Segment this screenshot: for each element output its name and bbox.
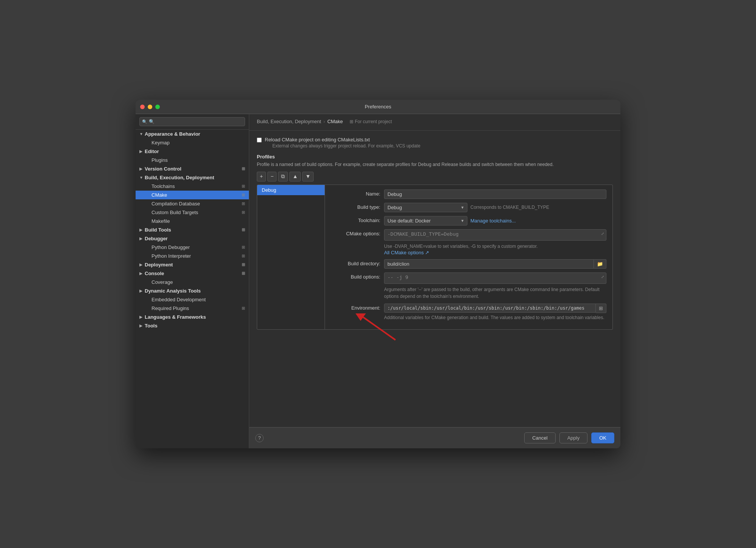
settings-icon: ⊞ bbox=[242, 201, 245, 206]
sidebar-item-required-plugins[interactable]: Required Plugins ⊞ bbox=[136, 304, 249, 313]
sidebar-item-version-control[interactable]: ▶ Version Control ⊞ bbox=[136, 164, 249, 173]
name-input[interactable] bbox=[384, 189, 606, 199]
manage-toolchains-link[interactable]: Manage toolchains... bbox=[470, 218, 516, 224]
ok-button[interactable]: OK bbox=[591, 432, 614, 443]
profiles-section-desc: Profile is a named set of build options.… bbox=[257, 162, 613, 167]
copy-profile-button[interactable]: ⧉ bbox=[278, 172, 288, 182]
breadcrumb-separator: › bbox=[323, 119, 325, 124]
build-type-select[interactable]: Debug Release RelWithDebInfo MinSizeRel bbox=[384, 203, 467, 212]
settings-icon: ⊞ bbox=[242, 306, 245, 311]
form-row-environment: Environment: ⊞ Additional variables for … bbox=[331, 304, 606, 321]
toolchain-control: Use default: Docker ▼ Manage toolchains.… bbox=[384, 216, 606, 225]
close-button[interactable] bbox=[140, 105, 145, 109]
sidebar-item-plugins[interactable]: Plugins bbox=[136, 156, 249, 164]
reload-checkbox-area: Reload CMake project on editing CMakeLis… bbox=[265, 137, 420, 149]
sidebar-item-appearance-behavior[interactable]: ▼ Appearance & Behavior bbox=[136, 130, 249, 138]
all-cmake-options-link[interactable]: All CMake options ↗ bbox=[384, 250, 429, 255]
reload-cmake-checkbox[interactable] bbox=[257, 138, 262, 142]
cancel-button[interactable]: Cancel bbox=[524, 432, 555, 443]
search-wrap: 🔍 bbox=[139, 117, 245, 126]
help-button[interactable]: ? bbox=[255, 434, 264, 442]
sidebar-item-build-execution-deployment[interactable]: ▼ Build, Execution, Deployment bbox=[136, 173, 249, 182]
toolchain-select-inner: Use default: Docker ▼ bbox=[384, 216, 467, 225]
form-row-cmake-options: CMake options: -DCMAKE_BUILD_TYPE=Debug … bbox=[331, 229, 606, 255]
panel-body: Reload CMake project on editing CMakeLis… bbox=[249, 131, 620, 427]
profiles-area: Debug Name: B bbox=[257, 185, 613, 330]
environment-input-wrap: ⊞ bbox=[384, 304, 606, 313]
browse-directory-button[interactable]: 📁 bbox=[594, 259, 606, 269]
cmake-options-textarea-wrap: -DCMAKE_BUILD_TYPE=Debug ⤢ bbox=[384, 229, 606, 242]
add-profile-button[interactable]: + bbox=[257, 172, 266, 182]
sidebar: 🔍 ▼ Appearance & Behavior Keymap ▶ Edito… bbox=[136, 114, 249, 448]
build-options-input[interactable]: -- -j 9 bbox=[384, 272, 606, 284]
search-input[interactable] bbox=[139, 117, 245, 126]
build-options-textarea-wrap: -- -j 9 ⤢ bbox=[384, 272, 606, 285]
build-options-control: -- -j 9 ⤢ Arguments after '--' are passe… bbox=[384, 272, 606, 300]
form-row-build-directory: Build directory: 📁 bbox=[331, 259, 606, 269]
minimize-button[interactable] bbox=[148, 105, 152, 109]
build-directory-input[interactable] bbox=[384, 259, 594, 269]
expand-icon[interactable]: ⤢ bbox=[601, 232, 604, 236]
sidebar-item-python-debugger[interactable]: Python Debugger ⊞ bbox=[136, 243, 249, 252]
name-label: Name: bbox=[331, 189, 380, 197]
expand-arrow-icon: ▶ bbox=[139, 324, 145, 328]
settings-icon: ⊞ bbox=[242, 271, 245, 276]
sidebar-item-coverage[interactable]: Coverage bbox=[136, 278, 249, 287]
maximize-button[interactable] bbox=[155, 105, 160, 109]
sidebar-item-deployment[interactable]: ▶ Deployment ⊞ bbox=[136, 260, 249, 269]
sidebar-item-keymap[interactable]: Keymap bbox=[136, 138, 249, 147]
for-project-label: ⊞ For current project bbox=[350, 119, 392, 124]
build-options-label: Build options: bbox=[331, 272, 380, 280]
sidebar-item-custom-build-targets[interactable]: Custom Build Targets ⊞ bbox=[136, 208, 249, 217]
environment-input[interactable] bbox=[384, 304, 596, 313]
move-up-button[interactable]: ▲ bbox=[289, 172, 301, 182]
expand-icon[interactable]: ⤢ bbox=[601, 275, 604, 279]
sidebar-item-console[interactable]: ▶ Console ⊞ bbox=[136, 269, 249, 278]
sidebar-item-toolchains[interactable]: Toolchains ⊞ bbox=[136, 182, 249, 191]
settings-icon: ⊞ bbox=[242, 210, 245, 215]
profile-item-debug[interactable]: Debug bbox=[257, 185, 325, 195]
edit-environment-button[interactable]: ⊞ bbox=[596, 304, 606, 313]
form-row-toolchain: Toolchain: Use default: Docker ▼ bbox=[331, 216, 606, 225]
sidebar-item-python-interpreter[interactable]: Python Interpreter ⊞ bbox=[136, 252, 249, 260]
settings-icon: ⊞ bbox=[242, 184, 245, 189]
remove-profile-button[interactable]: − bbox=[267, 172, 276, 182]
environment-label: Environment: bbox=[331, 304, 380, 311]
environment-hint: Additional variables for CMake generatio… bbox=[384, 314, 606, 321]
build-type-control: Debug Release RelWithDebInfo MinSizeRel … bbox=[384, 203, 606, 212]
expand-arrow-icon: ▶ bbox=[139, 315, 145, 319]
edit-icon: ⊞ bbox=[242, 166, 245, 171]
sidebar-item-embedded-development[interactable]: Embedded Development bbox=[136, 295, 249, 304]
sidebar-item-dynamic-analysis-tools[interactable]: ▶ Dynamic Analysis Tools bbox=[136, 287, 249, 295]
sidebar-item-languages-frameworks[interactable]: ▶ Languages & Frameworks bbox=[136, 313, 249, 321]
apply-button[interactable]: Apply bbox=[559, 432, 588, 443]
sidebar-item-cmake[interactable]: CMake ⊞ bbox=[136, 191, 249, 199]
sidebar-item-debugger[interactable]: ▶ Debugger bbox=[136, 234, 249, 243]
sidebar-search-area: 🔍 bbox=[136, 114, 249, 130]
reload-cmake-row: Reload CMake project on editing CMakeLis… bbox=[257, 137, 613, 149]
build-type-hint: Corresponds to CMAKE_BUILD_TYPE bbox=[470, 205, 549, 210]
sidebar-item-build-tools[interactable]: ▶ Build Tools ⊞ bbox=[136, 225, 249, 234]
reload-cmake-hint: External changes always trigger project … bbox=[272, 143, 420, 149]
build-type-select-wrap: Debug Release RelWithDebInfo MinSizeRel … bbox=[384, 203, 606, 212]
settings-icon: ⊞ bbox=[242, 262, 245, 267]
sidebar-item-editor[interactable]: ▶ Editor bbox=[136, 147, 249, 156]
cmake-options-input[interactable]: -DCMAKE_BUILD_TYPE=Debug bbox=[384, 229, 606, 241]
expand-arrow-icon: ▶ bbox=[139, 228, 145, 232]
move-down-button[interactable]: ▼ bbox=[302, 172, 314, 182]
titlebar: Preferences bbox=[136, 100, 620, 114]
settings-icon: ⊞ bbox=[242, 245, 245, 250]
sidebar-item-compilation-database[interactable]: Compilation Database ⊞ bbox=[136, 199, 249, 208]
bottom-right: Cancel Apply OK bbox=[524, 432, 614, 443]
search-icon: 🔍 bbox=[142, 119, 147, 124]
cmake-options-hint1: Use -DVAR_NAME=value to set variables, -… bbox=[384, 243, 606, 250]
sidebar-item-makefile[interactable]: Makefile bbox=[136, 217, 249, 225]
form-row-name: Name: bbox=[331, 189, 606, 199]
profiles-list: Debug bbox=[257, 185, 325, 330]
sidebar-item-tools[interactable]: ▶ Tools bbox=[136, 321, 249, 330]
settings-icon: ⊞ bbox=[242, 254, 245, 258]
build-directory-label: Build directory: bbox=[331, 259, 380, 266]
bottom-left: ? bbox=[255, 434, 264, 442]
expand-arrow-icon: ▶ bbox=[139, 236, 145, 241]
toolchain-select[interactable]: Use default: Docker bbox=[384, 216, 467, 225]
